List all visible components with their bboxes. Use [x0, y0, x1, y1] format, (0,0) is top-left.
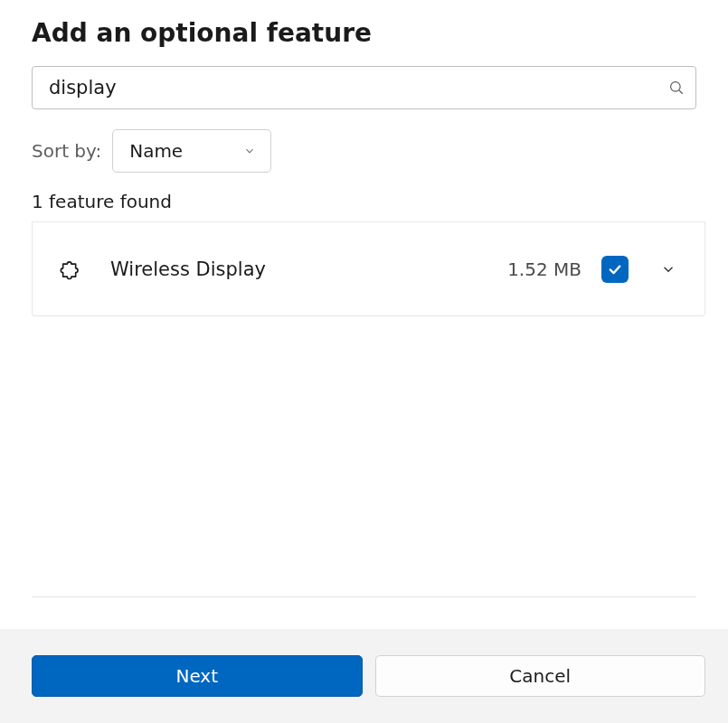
svg-point-0 [671, 82, 681, 92]
search-icon [668, 80, 685, 96]
cancel-button[interactable]: Cancel [375, 655, 706, 697]
divider [32, 596, 696, 597]
dialog-title: Add an optional feature [0, 0, 728, 48]
puzzle-icon [58, 256, 85, 283]
chevron-down-icon [243, 144, 258, 158]
sort-by-label: Sort by: [32, 140, 101, 162]
chevron-down-icon[interactable] [659, 260, 677, 278]
svg-line-1 [679, 90, 683, 94]
sort-select[interactable]: Name [112, 129, 271, 173]
feature-checkbox[interactable] [601, 256, 629, 283]
feature-size: 1.52 MB [507, 258, 581, 280]
feature-list: Wireless Display 1.52 MB [32, 221, 705, 316]
sort-selected-value: Name [129, 140, 183, 162]
feature-row[interactable]: Wireless Display 1.52 MB [32, 222, 705, 316]
search-box[interactable] [32, 66, 696, 109]
dialog-footer: Next Cancel [0, 629, 728, 723]
results-count: 1 feature found [32, 191, 728, 212]
next-button[interactable]: Next [32, 655, 363, 697]
feature-name: Wireless Display [110, 258, 507, 280]
search-input[interactable] [47, 76, 668, 99]
